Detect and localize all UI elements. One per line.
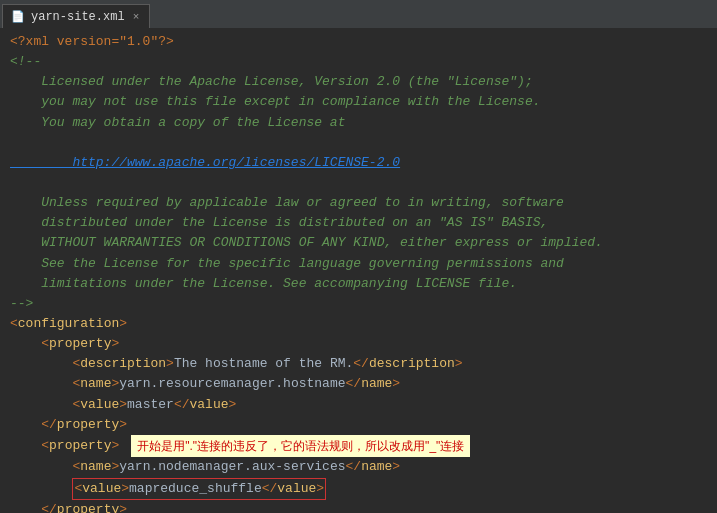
line-description: <description>The hostname of the RM.</de…	[0, 354, 717, 374]
license-line-3: You may obtain a copy of the License at	[10, 113, 345, 133]
license-line-1: Licensed under the Apache License, Versi…	[10, 72, 533, 92]
description-line	[10, 354, 72, 374]
license-line-2: you may not use this file except in comp…	[10, 92, 541, 112]
line-blank2	[0, 173, 717, 193]
value2-box: <value>mapreduce_shuffle</value>	[72, 478, 326, 500]
line-license3: You may obtain a copy of the License at	[0, 113, 717, 133]
open-angle-config: <	[10, 314, 18, 334]
annotation-text: 开始是用"."连接的违反了，它的语法规则，所以改成用"_"连接	[131, 435, 470, 458]
tab-yarn-site[interactable]: 📄 yarn-site.xml ×	[2, 4, 150, 28]
line-license-url: http://www.apache.org/licenses/LICENSE-2…	[0, 153, 717, 173]
line-value2: <value>mapreduce_shuffle</value>	[0, 478, 717, 500]
xml-file-icon: 📄	[11, 10, 25, 23]
line-license2: you may not use this file except in comp…	[0, 92, 717, 112]
line-property2-close: </property>	[0, 500, 717, 513]
line-license7: See the License for the specific languag…	[0, 254, 717, 274]
line-license4: Unless required by applicable law or agr…	[0, 193, 717, 213]
comment-end: -->	[10, 294, 33, 314]
license-line-8: limitations under the License. See accom…	[10, 274, 517, 294]
line-value1: <value>master</value>	[0, 395, 717, 415]
line-config-open: <configuration>	[0, 314, 717, 334]
xml-declaration: <?xml version="1.0"?>	[10, 32, 174, 52]
line-license5: distributed under the License is distrib…	[0, 213, 717, 233]
line-property1-close: </property>	[0, 415, 717, 435]
line-name1: <name>yarn.resourcemanager.hostname</nam…	[0, 374, 717, 394]
line-comment-close: -->	[0, 294, 717, 314]
line-license1: Licensed under the Apache License, Versi…	[0, 72, 717, 92]
close-angle-config: >	[119, 314, 127, 334]
line-property2-open: <property> 开始是用"."连接的违反了，它的语法规则，所以改成用"_"…	[0, 435, 717, 458]
indent-p1	[10, 334, 41, 354]
line-xml-decl: <?xml version="1.0"?>	[0, 32, 717, 52]
tab-label: yarn-site.xml	[31, 10, 125, 24]
line-comment-open: <!--	[0, 52, 717, 72]
tab-bar: 📄 yarn-site.xml ×	[0, 0, 717, 28]
license-line-7: See the License for the specific languag…	[10, 254, 564, 274]
tab-close-button[interactable]: ×	[131, 11, 142, 23]
license-line-4: Unless required by applicable law or agr…	[10, 193, 564, 213]
license-url[interactable]: http://www.apache.org/licenses/LICENSE-2…	[10, 153, 400, 173]
line-property1-open: <property>	[0, 334, 717, 354]
comment-start: <!--	[10, 52, 41, 72]
line-license6: WITHOUT WARRANTIES OR CONDITIONS OF ANY …	[0, 233, 717, 253]
config-element-name: configuration	[18, 314, 119, 334]
line-license8: limitations under the License. See accom…	[0, 274, 717, 294]
line-blank1	[0, 133, 717, 153]
license-line-5: distributed under the License is distrib…	[10, 213, 548, 233]
editor-area: <?xml version="1.0"?> <!-- Licensed unde…	[0, 28, 717, 513]
license-line-6: WITHOUT WARRANTIES OR CONDITIONS OF ANY …	[10, 233, 603, 253]
line-name2: <name>yarn.nodemanager.aux-services</nam…	[0, 457, 717, 477]
